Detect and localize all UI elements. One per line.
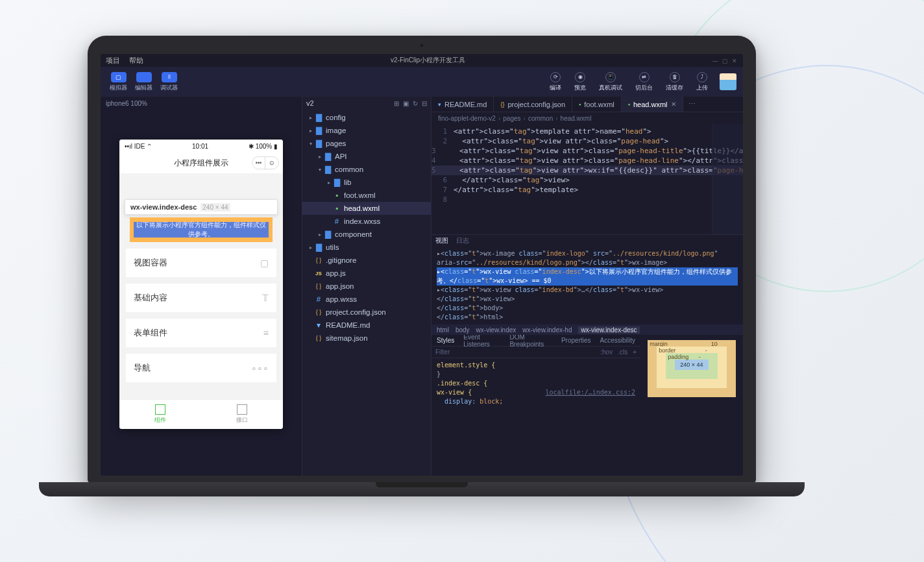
minimap[interactable]: [712, 124, 743, 234]
list-item[interactable]: 基础内容𝕋: [126, 284, 276, 312]
styles-tab[interactable]: Styles: [437, 337, 454, 344]
minimize-icon: —: [712, 58, 718, 64]
new-folder-icon[interactable]: ▣: [403, 100, 409, 107]
devtools-tab-console[interactable]: 日志: [456, 236, 469, 245]
tabbar-item[interactable]: 接口: [201, 400, 283, 429]
device-label[interactable]: iphone6 100%: [106, 100, 147, 107]
laptop-frame: 项目 帮助 v2-FinClip小程序开发工具 —▢✕ ▢模拟器编辑器⫴调试器 …: [39, 36, 805, 516]
editor-tabs: ▾README.md{}project.config.json▪foot.wxm…: [432, 97, 743, 112]
tree-node[interactable]: ▸▇lib: [302, 176, 431, 189]
tree-node[interactable]: #index.wxss: [302, 215, 431, 228]
mode-0[interactable]: ▢模拟器: [107, 71, 130, 93]
tree-node[interactable]: ▸▇utils: [302, 241, 431, 254]
styles-tabs: StylesEvent ListenersDOM BreakpointsProp…: [432, 335, 640, 347]
toolbar: ▢模拟器编辑器⫴调试器 ⟳编译◉预览📱真机调试⇄切后台🗑清缓存⤴上传: [101, 67, 743, 97]
ide-window: 项目 帮助 v2-FinClip小程序开发工具 —▢✕ ▢模拟器编辑器⫴调试器 …: [101, 54, 743, 476]
list-item[interactable]: 导航∘∘∘: [126, 354, 276, 382]
project-root[interactable]: v2: [306, 99, 314, 107]
close-capsule-icon: ⊙: [265, 157, 278, 169]
tree-node[interactable]: ▪head.wxml: [302, 202, 431, 215]
editor-tab[interactable]: {}project.config.json: [494, 97, 572, 112]
dom-tree[interactable]: ▸<class="t">wx-image class="index-logo" …: [432, 247, 743, 324]
menu-help[interactable]: 帮助: [129, 56, 143, 66]
devtools-panel: 视图 日志 ▸<class="t">wx-image class="index-…: [432, 234, 743, 476]
tree-node[interactable]: { }sitemap.json: [302, 332, 431, 345]
mode-2[interactable]: ⫴调试器: [158, 71, 180, 93]
editor-tab[interactable]: ▪head.wxml✕: [622, 97, 683, 112]
capsule-menu[interactable]: •••⊙: [252, 156, 279, 169]
dom-breadcrumb[interactable]: htmlbodywx-view.indexwx-view.index-hdwx-…: [432, 324, 743, 335]
close-tab-icon: ✕: [671, 101, 676, 108]
action-1[interactable]: ◉预览: [568, 72, 592, 92]
action-4[interactable]: 🗑清缓存: [659, 72, 690, 92]
app-header: 小程序组件展示 •••⊙: [119, 153, 283, 173]
devtools-tab-elements[interactable]: 视图: [435, 236, 448, 245]
action-2[interactable]: 📱真机调试: [592, 72, 629, 92]
action-3[interactable]: ⇄切后台: [629, 72, 659, 92]
editor-tab[interactable]: ▾README.md: [432, 97, 494, 112]
inspect-tooltip: wx-view.index-desc240 × 44: [125, 199, 278, 215]
styles-filter[interactable]: Filter :hov .cls +: [432, 347, 640, 358]
styles-tab[interactable]: DOM Breakpoints: [509, 335, 552, 348]
window-controls[interactable]: —▢✕: [712, 58, 738, 64]
tree-node[interactable]: ▾README.md: [302, 319, 431, 332]
list-item[interactable]: 表单组件≡: [126, 319, 276, 347]
highlighted-element[interactable]: 以下将展示小程序官方组件能力，组件样式仅供参考。: [130, 217, 273, 242]
collapse-icon[interactable]: ⊟: [422, 100, 427, 107]
add-rule-icon[interactable]: +: [633, 348, 637, 356]
tabbar-item[interactable]: 组件: [119, 400, 201, 429]
tree-node[interactable]: ▸▇config: [302, 111, 431, 124]
box-model: margin 10 border - padding - 240 × 4: [640, 335, 743, 476]
tree-node[interactable]: #app.wxss: [302, 293, 431, 306]
list-item[interactable]: 视图容器▢: [126, 249, 276, 277]
styles-tab[interactable]: Properties: [561, 337, 591, 344]
breadcrumb[interactable]: fino-applet-demo-v2›pages›common›head.wx…: [432, 112, 743, 124]
maximize-icon: ▢: [722, 58, 728, 64]
action-5[interactable]: ⤴上传: [690, 72, 714, 92]
cls-toggle[interactable]: .cls: [618, 348, 627, 356]
tree-node[interactable]: JSapp.js: [302, 267, 431, 280]
tree-node[interactable]: ▸▇component: [302, 228, 431, 241]
styles-tab[interactable]: Event Listeners: [463, 335, 500, 348]
tree-node[interactable]: ▸▇API: [302, 150, 431, 163]
more-tabs-icon[interactable]: ⋯: [683, 97, 701, 112]
editor-tab[interactable]: ▪foot.wxml: [572, 97, 622, 112]
code-editor[interactable]: 1<attr">class="tag">template attr">name=…: [432, 124, 743, 234]
avatar[interactable]: [720, 73, 736, 90]
tab-bar: 组件接口: [119, 399, 283, 429]
menu-project[interactable]: 项目: [106, 56, 120, 66]
mode-1[interactable]: 编辑器: [132, 71, 155, 93]
new-file-icon[interactable]: ⊞: [394, 100, 399, 107]
file-explorer: v2 ⊞ ▣ ↻ ⊟ ▸▇config▸▇image▾▇pages▸▇API▾▇…: [302, 97, 432, 476]
tree-node[interactable]: ▸▇image: [302, 124, 431, 137]
refresh-icon[interactable]: ↻: [413, 100, 418, 107]
phone-statusbar: ••ıl IDE ⌃ 10:01 ✱ 100% ▮: [119, 140, 283, 153]
action-0[interactable]: ⟳编译: [543, 72, 568, 92]
menubar: 项目 帮助 v2-FinClip小程序开发工具 —▢✕: [101, 54, 743, 67]
styles-tab[interactable]: Accessibility: [600, 337, 635, 344]
css-rules[interactable]: element.style {}.index-desc {</span></di…: [432, 358, 640, 476]
window-title: v2-FinClip小程序开发工具: [391, 56, 465, 65]
tree-node[interactable]: ▾▇common: [302, 163, 431, 176]
tree-node[interactable]: { }app.json: [302, 280, 431, 293]
more-icon: •••: [252, 157, 265, 169]
hov-toggle[interactable]: :hov: [600, 348, 613, 356]
tree-node[interactable]: { }project.config.json: [302, 306, 431, 319]
phone-simulator[interactable]: ••ıl IDE ⌃ 10:01 ✱ 100% ▮ 小程序组件展示 •••⊙: [119, 140, 283, 429]
tree-node[interactable]: ▾▇pages: [302, 137, 431, 150]
tree-node[interactable]: { }.gitignore: [302, 254, 431, 267]
editor-panel: ▾README.md{}project.config.json▪foot.wxm…: [432, 97, 743, 476]
laptop-base: [39, 482, 805, 496]
simulator-panel: iphone6 100% ••ıl IDE ⌃ 10:01 ✱ 100% ▮: [101, 97, 302, 476]
camera-dot: [420, 43, 424, 47]
close-icon: ✕: [732, 58, 738, 64]
tree-node[interactable]: ▪foot.wxml: [302, 189, 431, 202]
